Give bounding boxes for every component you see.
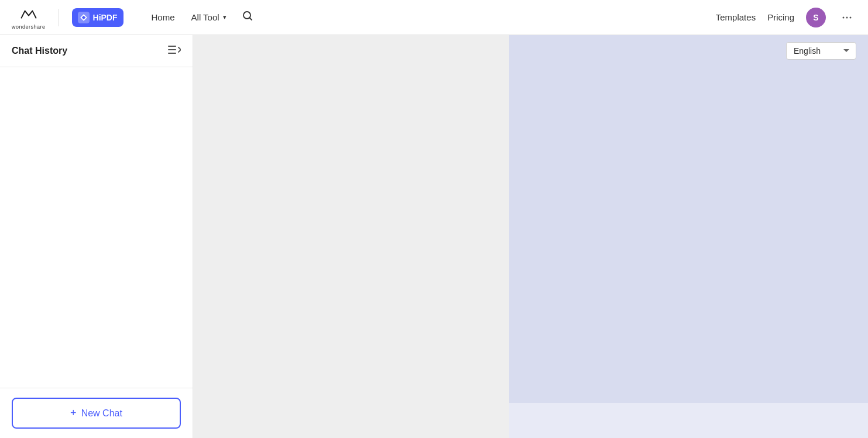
new-chat-button[interactable]: + New Chat bbox=[12, 398, 181, 429]
svg-rect-5 bbox=[168, 46, 176, 47]
sidebar-collapse-button[interactable] bbox=[168, 44, 181, 58]
sidebar-header: Chat History bbox=[0, 35, 193, 67]
chat-history-title: Chat History bbox=[12, 46, 67, 56]
search-button[interactable] bbox=[238, 6, 257, 28]
hipdf-badge-icon bbox=[78, 12, 90, 23]
svg-point-2 bbox=[843, 16, 845, 18]
navbar-right: Templates Pricing S bbox=[716, 8, 856, 27]
wondershare-logo[interactable]: wondershare bbox=[12, 5, 46, 30]
main-container: Chat History + New Chat bbox=[0, 35, 868, 438]
all-tool-label: All Tool bbox=[191, 12, 219, 22]
svg-rect-7 bbox=[168, 53, 176, 54]
sidebar-footer: + New Chat bbox=[0, 388, 193, 438]
search-icon bbox=[242, 10, 253, 22]
navbar: wondershare HiPDF Home All Tool ▾ bbox=[0, 0, 868, 35]
sidebar: Chat History + New Chat bbox=[0, 35, 193, 438]
brand: wondershare HiPDF bbox=[12, 5, 123, 30]
home-label: Home bbox=[152, 12, 175, 22]
chat-messages bbox=[509, 67, 868, 403]
templates-link[interactable]: Templates bbox=[716, 12, 756, 22]
hipdf-label: HiPDF bbox=[93, 13, 118, 22]
wondershare-logo-icon bbox=[19, 5, 38, 24]
plus-icon: + bbox=[70, 407, 77, 419]
wondershare-text: wondershare bbox=[12, 24, 46, 30]
chat-area: English Chinese French German Spanish Ja… bbox=[193, 35, 868, 438]
new-chat-label: New Chat bbox=[81, 408, 122, 419]
chat-panel: English Chinese French German Spanish Ja… bbox=[509, 35, 868, 438]
pricing-link[interactable]: Pricing bbox=[767, 12, 794, 22]
chat-input-area bbox=[509, 403, 868, 438]
collapse-icon bbox=[168, 44, 181, 55]
menu-dots-icon bbox=[841, 12, 853, 23]
svg-rect-6 bbox=[168, 49, 176, 50]
sidebar-content bbox=[0, 67, 193, 388]
extra-menu-icon[interactable] bbox=[838, 8, 856, 27]
nav-link-home[interactable]: Home bbox=[145, 9, 182, 26]
user-avatar[interactable]: S bbox=[806, 8, 826, 27]
all-tool-chevron-icon: ▾ bbox=[223, 13, 227, 21]
hipdf-badge[interactable]: HiPDF bbox=[72, 8, 123, 27]
brand-divider bbox=[59, 9, 59, 26]
nav-links: Home All Tool ▾ bbox=[145, 6, 257, 28]
nav-link-all-tool[interactable]: All Tool ▾ bbox=[184, 9, 234, 26]
svg-point-3 bbox=[846, 16, 848, 18]
chat-doc-panel bbox=[193, 35, 509, 438]
language-select[interactable]: English Chinese French German Spanish Ja… bbox=[786, 42, 856, 60]
svg-point-4 bbox=[850, 16, 852, 18]
chat-panel-header: English Chinese French German Spanish Ja… bbox=[509, 35, 868, 67]
